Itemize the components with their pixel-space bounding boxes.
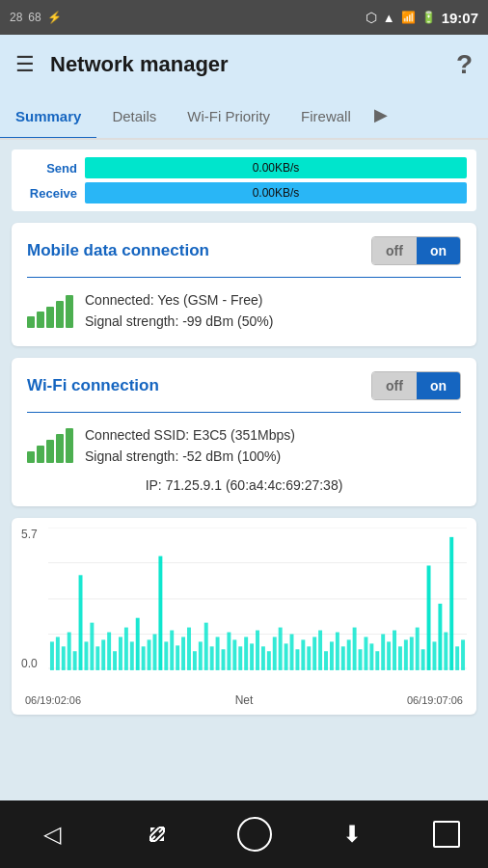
svg-rect-61 [369,643,373,670]
tab-summary[interactable]: Summary [0,95,96,138]
wifi-toggle-off[interactable]: off [372,372,417,399]
svg-rect-53 [324,651,328,670]
mobile-conn-text: Connected: Yes (GSM - Free) Signal stren… [85,289,273,333]
chart-center-label: Net [235,693,254,707]
svg-rect-68 [410,637,414,670]
svg-rect-74 [444,632,447,669]
wifi-toggle-on[interactable]: on [417,372,460,399]
signal-bar-5 [66,295,73,328]
wifi-ip-line: IP: 71.25.9.1 (60:a4:4c:69:27:38) [27,477,461,493]
svg-rect-22 [148,639,151,670]
mobile-toggle-on[interactable]: on [417,237,460,264]
svg-rect-10 [79,575,83,670]
chart-svg [48,528,467,670]
back-button[interactable]: ◁ [28,810,76,858]
svg-rect-45 [279,627,283,669]
svg-rect-46 [285,643,288,670]
app-title: Network manager [50,52,229,77]
mobile-card-title: Mobile data connection [27,241,209,260]
mobile-conn-line2: Signal strength: -99 dBm (50%) [85,311,273,332]
receive-bar: 0.00KB/s [85,182,467,203]
recent-apps-button[interactable] [433,821,460,848]
wifi-conn-line2: Signal strength: -52 dBm (100%) [85,446,295,467]
svg-rect-71 [427,565,431,669]
svg-rect-16 [113,651,117,670]
svg-rect-27 [176,645,179,670]
svg-rect-39 [244,637,248,670]
wifi-card-header: Wi-Fi connection off on [27,371,461,400]
wifi-conn-line1: Connected SSID: E3C5 (351Mbps) [85,424,295,446]
svg-rect-31 [199,641,203,670]
signal-bar-4 [56,301,64,328]
svg-rect-55 [336,632,339,669]
tab-bar: Summary Details Wi-Fi Priority Firewall … [0,95,488,140]
svg-rect-47 [290,634,294,669]
svg-rect-18 [124,627,128,669]
wifi-toggle-group: off on [371,371,461,400]
svg-rect-70 [421,649,425,670]
svg-rect-11 [84,641,88,670]
send-bar: 0.00KB/s [85,157,467,178]
status-icon-68: 68 [28,11,41,24]
tab-details[interactable]: Details [96,95,172,138]
svg-rect-33 [210,646,214,670]
svg-rect-48 [295,649,299,670]
wifi-icon: ▲ [383,11,395,25]
send-value: 0.00KB/s [253,161,300,175]
wifi-card-title: Wi-Fi connection [27,376,159,395]
svg-rect-54 [330,641,334,670]
svg-rect-8 [68,632,71,669]
chart-card: 5.7 0.0 [12,518,476,715]
tab-wifi-priority[interactable]: Wi-Fi Priority [172,95,285,138]
svg-rect-69 [416,627,420,669]
svg-rect-25 [164,641,168,670]
mobile-card-header: Mobile data connection off on [27,236,461,265]
wifi-bar-2 [37,446,44,463]
svg-rect-17 [119,637,122,670]
download-button[interactable]: ⬇ [328,810,376,858]
svg-rect-14 [101,639,105,670]
svg-rect-30 [193,651,197,670]
mobile-toggle-group: off on [371,236,461,265]
mobile-conn-line1: Connected: Yes (GSM - Free) [85,289,273,311]
svg-rect-5 [50,641,54,670]
svg-rect-58 [353,627,357,669]
svg-rect-76 [455,646,459,670]
svg-rect-26 [170,630,174,669]
svg-rect-29 [187,627,191,669]
svg-rect-44 [273,637,277,670]
signal-bar-3 [46,307,54,328]
status-bar: 28 68 ⚡ ⬡ ▲ 📶 🔋 19:07 [0,0,488,35]
svg-rect-51 [312,637,316,670]
svg-rect-32 [204,622,208,669]
mobile-card-divider [27,277,461,278]
svg-rect-41 [256,630,259,669]
svg-rect-43 [267,651,271,670]
status-bar-left: 28 68 ⚡ [10,11,62,24]
svg-rect-12 [90,622,94,669]
chart-area: 5.7 0.0 [21,528,467,692]
chart-time-end: 06/19:07:06 [407,694,463,706]
wifi-card-divider [27,412,461,413]
mobile-toggle-off[interactable]: off [372,237,417,264]
svg-rect-49 [301,639,305,670]
receive-value: 0.00KB/s [253,186,300,200]
tab-more[interactable]: ▶ [366,95,395,138]
svg-rect-21 [142,646,146,670]
home-button[interactable] [237,817,272,852]
help-button[interactable]: ? [456,49,473,80]
svg-rect-35 [222,649,226,670]
signal-bar-1 [27,316,35,328]
signal-bar-2 [37,312,44,328]
hamburger-menu[interactable]: ☰ [15,52,35,77]
tab-firewall[interactable]: Firewall [285,95,366,138]
svg-rect-19 [130,641,134,670]
svg-rect-38 [238,646,242,670]
svg-rect-63 [381,634,385,669]
collapse-button[interactable] [133,810,181,858]
status-time: 19:07 [442,10,478,26]
svg-rect-75 [449,536,453,669]
status-bar-right: ⬡ ▲ 📶 🔋 19:07 [366,10,478,26]
svg-rect-15 [107,632,111,669]
app-bar: ☰ Network manager ? [0,35,488,95]
